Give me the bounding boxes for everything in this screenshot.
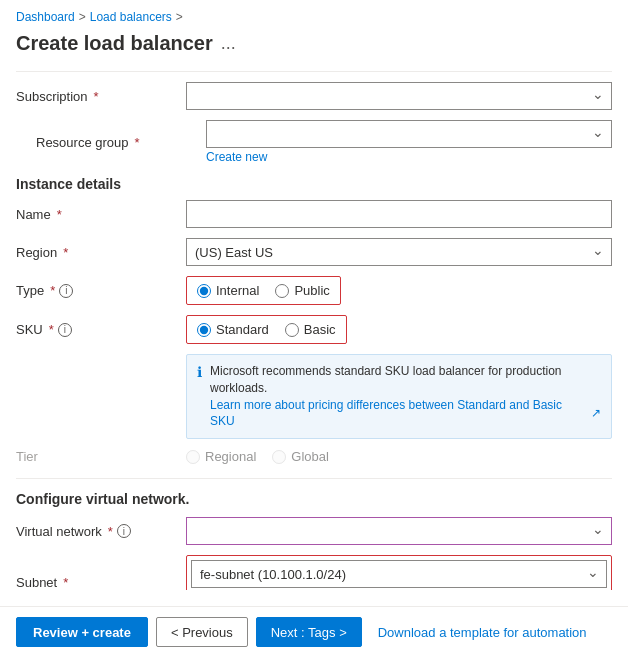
tier-regional-label[interactable]: Regional <box>186 449 256 464</box>
virtual-network-row: Virtual network* i <box>16 517 612 545</box>
breadcrumb-sep-1: > <box>79 10 86 24</box>
sku-standard-radio[interactable] <box>197 323 211 337</box>
subnet-select[interactable]: fe-subnet (10.100.1.0/24) <box>191 560 607 588</box>
breadcrumb-dashboard[interactable]: Dashboard <box>16 10 75 24</box>
subscription-select-wrapper <box>186 82 612 110</box>
sku-radio-group: Standard Basic <box>197 322 336 337</box>
subscription-select[interactable] <box>186 82 612 110</box>
previous-button[interactable]: < Previous <box>156 617 248 647</box>
sku-row: SKU* i Standard Basic <box>16 315 612 344</box>
resource-group-label: Resource group* <box>36 135 206 150</box>
region-select[interactable]: (US) East US <box>186 238 612 266</box>
tier-regional-radio <box>186 450 200 464</box>
breadcrumb: Dashboard > Load balancers > <box>0 0 628 28</box>
sku-info-icon: i <box>58 323 72 337</box>
configure-vnet-header: Configure virtual network. <box>16 478 612 507</box>
instance-details-header: Instance details <box>16 176 612 192</box>
subscription-label: Subscription* <box>16 89 186 104</box>
subnet-highlighted-box: fe-subnet (10.100.1.0/24) <box>186 555 612 590</box>
review-create-button[interactable]: Review + create <box>16 617 148 647</box>
name-input[interactable] <box>186 200 612 228</box>
sku-basic-text: Basic <box>304 322 336 337</box>
type-public-label[interactable]: Public <box>275 283 329 298</box>
name-label: Name* <box>16 207 186 222</box>
subnet-control: fe-subnet (10.100.1.0/24) Manage subnet … <box>186 555 612 590</box>
region-label: Region* <box>16 245 186 260</box>
top-divider <box>16 71 612 72</box>
tier-row: Tier Regional Global <box>16 449 612 464</box>
tier-label: Tier <box>16 449 186 464</box>
title-menu-dots[interactable]: ... <box>221 33 236 54</box>
subnet-label: Subnet* <box>16 575 186 590</box>
resource-group-row: Resource group* Create new <box>16 120 612 164</box>
subnet-select-wrapper: fe-subnet (10.100.1.0/24) <box>191 560 607 588</box>
sku-basic-radio[interactable] <box>285 323 299 337</box>
footer: Review + create < Previous Next : Tags >… <box>0 606 628 657</box>
type-label: Type* i <box>16 283 186 298</box>
next-button[interactable]: Next : Tags > <box>256 617 362 647</box>
sku-basic-label[interactable]: Basic <box>285 322 336 337</box>
resource-group-control: Create new <box>206 120 612 164</box>
region-select-wrapper: (US) East US <box>186 238 612 266</box>
info-banner-content: Microsoft recommends standard SKU load b… <box>210 363 601 430</box>
tier-global-label[interactable]: Global <box>272 449 329 464</box>
breadcrumb-load-balancers[interactable]: Load balancers <box>90 10 172 24</box>
type-control: Internal Public <box>186 276 612 305</box>
sku-standard-text: Standard <box>216 322 269 337</box>
tier-global-text: Global <box>291 449 329 464</box>
sku-control: Standard Basic <box>186 315 612 344</box>
type-info-icon: i <box>59 284 73 298</box>
tier-regional-text: Regional <box>205 449 256 464</box>
name-row: Name* <box>16 200 612 228</box>
external-link-icon: ↗ <box>591 405 601 422</box>
page-title: Create load balancer <box>16 32 213 55</box>
subnet-row: Subnet* fe-subnet (10.100.1.0/24) Manage… <box>16 555 612 590</box>
virtual-network-select[interactable] <box>186 517 612 545</box>
vnet-info-icon: i <box>117 524 131 538</box>
create-new-link[interactable]: Create new <box>206 150 612 164</box>
virtual-network-control <box>186 517 612 545</box>
type-internal-label[interactable]: Internal <box>197 283 259 298</box>
type-internal-radio[interactable] <box>197 284 211 298</box>
type-public-radio[interactable] <box>275 284 289 298</box>
type-radio-group: Internal Public <box>197 283 330 298</box>
resource-group-select[interactable] <box>206 120 612 148</box>
region-row: Region* (US) East US <box>16 238 612 266</box>
sku-standard-label[interactable]: Standard <box>197 322 269 337</box>
breadcrumb-sep-2: > <box>176 10 183 24</box>
resource-group-select-wrapper <box>206 120 612 148</box>
info-banner-icon: ℹ <box>197 364 202 430</box>
name-control <box>186 200 612 228</box>
type-internal-text: Internal <box>216 283 259 298</box>
info-banner: ℹ Microsoft recommends standard SKU load… <box>186 354 612 439</box>
sku-highlighted-box: Standard Basic <box>186 315 347 344</box>
subscription-row: Subscription* <box>16 82 612 110</box>
tier-global-radio <box>272 450 286 464</box>
virtual-network-label: Virtual network* i <box>16 524 186 539</box>
info-banner-link[interactable]: Learn more about pricing differences bet… <box>210 397 601 431</box>
download-template-link[interactable]: Download a template for automation <box>378 625 587 640</box>
type-highlighted-box: Internal Public <box>186 276 341 305</box>
subscription-control <box>186 82 612 110</box>
sku-label: SKU* i <box>16 322 186 337</box>
info-banner-text: Microsoft recommends standard SKU load b… <box>210 364 562 395</box>
type-row: Type* i Internal Public <box>16 276 612 305</box>
vnet-select-wrapper <box>186 517 612 545</box>
tier-radio-group: Regional Global <box>186 449 329 464</box>
region-control: (US) East US <box>186 238 612 266</box>
type-public-text: Public <box>294 283 329 298</box>
